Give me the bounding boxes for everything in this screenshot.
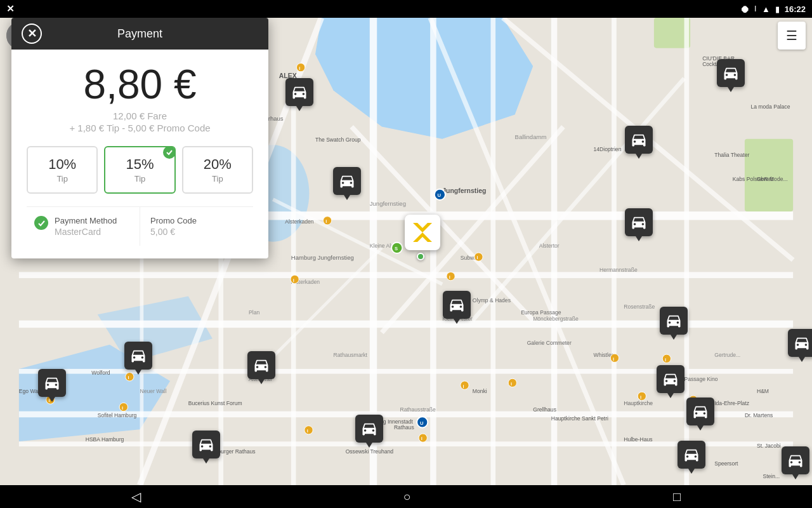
status-bar-left: ✕: [6, 3, 15, 15]
home-button[interactable]: ○: [403, 490, 410, 504]
svg-point-92: [323, 217, 331, 225]
payment-method-section[interactable]: Payment Method MasterCard: [27, 207, 140, 246]
fare-detail: + 1,80 € Tip - 5,00 € Promo Code: [27, 123, 253, 133]
svg-text:Hulbe-Haus: Hulbe-Haus: [624, 436, 652, 443]
promo-code-section[interactable]: Promo Code 5,00 €: [140, 207, 253, 246]
svg-text:The Swatch Group: The Swatch Group: [315, 137, 361, 143]
svg-text:i: i: [128, 375, 129, 380]
close-app-icon[interactable]: ✕: [6, 3, 15, 15]
taxi-marker[interactable]: [625, 208, 653, 236]
svg-point-98: [475, 253, 483, 261]
taxi-marker[interactable]: [686, 398, 714, 425]
close-button[interactable]: ✕: [22, 23, 42, 44]
svg-text:i: i: [463, 384, 464, 389]
svg-text:i: i: [299, 65, 300, 71]
svg-text:Jungfernstieg: Jungfernstieg: [370, 200, 406, 207]
svg-text:Passage Kino: Passage Kino: [684, 376, 718, 382]
tip-section: 10% Tip 15% Tip 20% Tip: [27, 146, 253, 194]
menu-button[interactable]: ☰: [778, 22, 806, 50]
taxi-marker[interactable]: [285, 78, 313, 106]
taxi-marker[interactable]: [717, 59, 745, 87]
taxi-marker[interactable]: [124, 342, 152, 370]
network-icon: Ⅰ: [754, 4, 757, 13]
back-button[interactable]: ◁: [131, 489, 141, 504]
tip-20-button[interactable]: 20% Tip: [182, 146, 253, 194]
svg-point-114: [419, 434, 427, 442]
svg-text:i: i: [325, 218, 327, 224]
taxi-marker[interactable]: [192, 431, 220, 458]
svg-text:i: i: [122, 405, 123, 411]
svg-text:Monki: Monki: [473, 388, 487, 394]
svg-text:i: i: [477, 255, 478, 260]
svg-point-122: [662, 354, 671, 363]
taxi-marker[interactable]: [782, 446, 809, 474]
svg-rect-5: [745, 139, 793, 211]
svg-text:HSBA Hamburg: HSBA Hamburg: [86, 436, 124, 443]
svg-text:14Dioptrien: 14Dioptrien: [594, 146, 622, 152]
payment-modal: ✕ Payment 8,80 € 12,00 € Fare + 1,80 € T…: [11, 18, 268, 258]
svg-text:Hauptkirche: Hauptkirche: [624, 400, 653, 406]
battery-icon: ▮: [775, 4, 780, 14]
svg-text:Dr. Martens: Dr. Martens: [745, 412, 773, 418]
fare-label: 12,00 € Fare: [27, 110, 253, 121]
svg-text:Alsterkaden: Alsterkaden: [285, 218, 314, 225]
svg-text:Ego Wall: Ego Wall: [19, 388, 41, 394]
svg-text:i: i: [511, 381, 512, 387]
promo-code-label: Promo Code: [150, 216, 243, 225]
tip-15-label: Tip: [112, 174, 167, 184]
taxi-marker[interactable]: [678, 441, 705, 469]
svg-text:Thalia Theater: Thalia Theater: [714, 152, 749, 158]
svg-text:Mönckebergstraße: Mönckebergstraße: [533, 316, 579, 322]
svg-text:i: i: [293, 277, 294, 283]
svg-text:St. Jacobi: St. Jacobi: [757, 443, 781, 449]
taxi-marker[interactable]: [333, 167, 361, 195]
svg-text:Rathausstraße: Rathausstraße: [400, 406, 435, 413]
tip-15-button[interactable]: 15% Tip: [104, 146, 175, 194]
promo-code-value: 5,00 €: [150, 227, 243, 237]
recents-button[interactable]: □: [673, 490, 681, 504]
taxi-marker[interactable]: [443, 291, 471, 319]
svg-text:S: S: [395, 246, 398, 251]
svg-text:Kabs Polsterwelt: Kabs Polsterwelt: [733, 176, 774, 182]
status-bar-right: ⯃ Ⅰ ▲ ▮ 16:22: [741, 4, 806, 14]
taxi-marker[interactable]: [657, 365, 684, 393]
svg-rect-14: [430, 18, 436, 485]
svg-text:Hermannstraße: Hermannstraße: [599, 267, 638, 273]
svg-text:Galerie Commeter: Galerie Commeter: [527, 340, 572, 346]
tip-10-button[interactable]: 10% Tip: [27, 146, 98, 194]
price-display: 8,80 €: [27, 62, 253, 107]
svg-text:U: U: [420, 420, 424, 426]
svg-point-112: [304, 426, 313, 434]
svg-text:Grellhaus: Grellhaus: [533, 406, 556, 413]
svg-text:Neuer Wall: Neuer Wall: [140, 388, 167, 394]
svg-text:Ossewski Treuhand: Ossewski Treuhand: [346, 448, 394, 455]
taxi-marker[interactable]: [355, 415, 383, 443]
taxi-marker[interactable]: [660, 307, 688, 335]
payment-footer: Payment Method MasterCard Promo Code 5,0…: [27, 206, 253, 246]
close-icon: ✕: [27, 27, 37, 41]
taxi-marker[interactable]: [38, 369, 66, 397]
svg-text:Rosenstraße: Rosenstraße: [624, 304, 655, 310]
svg-text:La moda Palace: La moda Palace: [750, 104, 790, 110]
svg-text:Ida-Ehre-Platz: Ida-Ehre-Platz: [714, 400, 749, 406]
svg-text:Europa Passage: Europa Passage: [521, 309, 561, 316]
svg-point-94: [291, 275, 299, 283]
svg-text:Jungfernstieg: Jungfernstieg: [442, 187, 486, 194]
taxi-marker[interactable]: [625, 126, 653, 154]
modal-header: ✕ Payment: [11, 18, 268, 50]
wifi-icon: ▲: [762, 4, 770, 14]
modal-title: Payment: [42, 27, 258, 41]
svg-text:Rathaus: Rathaus: [394, 424, 414, 431]
svg-text:i: i: [449, 274, 450, 280]
svg-point-90: [296, 64, 304, 72]
tip-20-pct: 20%: [190, 156, 246, 173]
taxi-marker[interactable]: [788, 329, 812, 357]
taxi-marker[interactable]: [247, 351, 275, 379]
svg-text:i: i: [613, 356, 614, 362]
bluetooth-icon: ⯃: [741, 4, 749, 14]
svg-text:Stein...: Stein...: [763, 473, 780, 479]
svg-point-106: [610, 354, 619, 362]
svg-text:i: i: [421, 436, 422, 441]
tip-15-pct: 15%: [112, 156, 167, 173]
logo-marker[interactable]: [405, 215, 440, 250]
